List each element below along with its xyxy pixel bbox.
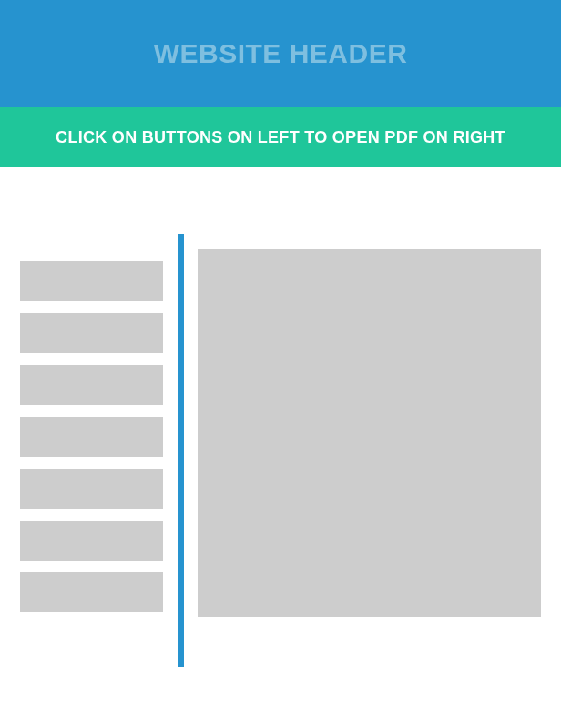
content-area [0, 167, 561, 728]
pdf-button-2[interactable] [20, 313, 163, 353]
website-header: WEBSITE HEADER [0, 0, 561, 107]
pdf-button-1[interactable] [20, 261, 163, 301]
header-title: WEBSITE HEADER [154, 38, 408, 69]
pdf-button-6[interactable] [20, 521, 163, 561]
pdf-viewer [198, 249, 541, 617]
pdf-button-4[interactable] [20, 417, 163, 457]
pdf-button-3[interactable] [20, 365, 163, 405]
pdf-button-5[interactable] [20, 469, 163, 509]
vertical-divider [178, 234, 184, 667]
button-list [20, 261, 163, 612]
instruction-text: CLICK ON BUTTONS ON LEFT TO OPEN PDF ON … [56, 128, 505, 147]
instruction-banner: CLICK ON BUTTONS ON LEFT TO OPEN PDF ON … [0, 107, 561, 167]
pdf-button-7[interactable] [20, 572, 163, 612]
